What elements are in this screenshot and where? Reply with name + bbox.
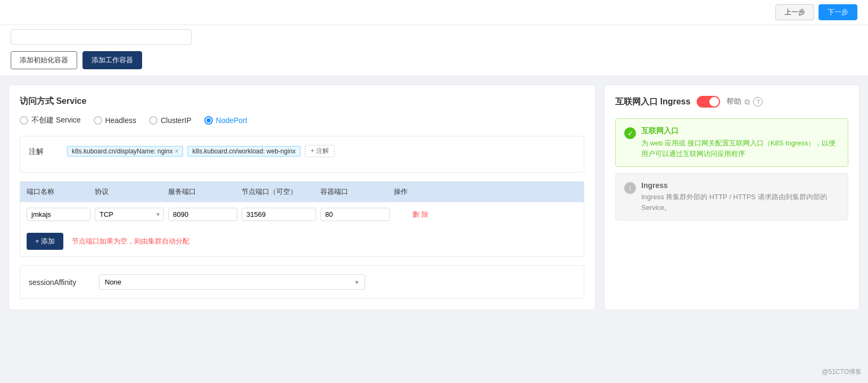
protocol-select-wrap: TCP UDP ▼ [95, 208, 164, 221]
next-step-button[interactable]: 下一步 [819, 4, 857, 20]
tags-container: k8s.kuboard.cn/displayName: nginx × k8s.… [67, 145, 575, 157]
ingress-title: 互联网入口 Ingress [615, 96, 690, 108]
prev-step-button[interactable]: 上一步 [775, 4, 814, 20]
add-port-button[interactable]: + 添加 [27, 233, 63, 250]
session-affinity-row: sessionAffinity None ClientIP ▼ [29, 274, 575, 290]
ingress-green-card-body: 互联网入口 为 web 应用或 接口网关配置互联网入口（K8S Ingress）… [641, 126, 839, 159]
session-affinity-select[interactable]: None ClientIP [99, 274, 365, 290]
annotation-row: 注解 k8s.kuboard.cn/displayName: nginx × k… [29, 145, 575, 157]
ingress-toggle[interactable] [697, 96, 720, 108]
radio-circle-no-service [20, 116, 28, 125]
radio-circle-nodeport [204, 116, 213, 125]
radio-headless[interactable]: Headless [94, 116, 136, 125]
session-select-wrap: None ClientIP ▼ [99, 274, 365, 290]
ingress-gray-card-body: Ingress Ingress 将集群外部的 HTTP / HTTPS 请求路由… [641, 181, 839, 213]
main-content: 访问方式 Service 不创建 Service Headless Cluste… [0, 76, 868, 319]
tag-workload: k8s.kuboard.cn/workload: web-nginx [187, 146, 300, 157]
service-port-input[interactable] [168, 208, 237, 221]
radio-label-clusterip: ClusterIP [161, 116, 192, 125]
add-row-section: + 添加 节点端口如果为空，则由集群自动分配 [20, 226, 584, 256]
check-circle-icon: ✓ [624, 127, 636, 139]
service-section-title: 访问方式 Service [20, 96, 584, 107]
radio-circle-clusterip [149, 116, 158, 125]
th-service-port: 服务端口 [168, 187, 237, 197]
protocol-select[interactable]: TCP UDP [95, 208, 164, 221]
table-header: 端口名称 协议 服务端口 节点端口（可空） 容器端口 操作 [20, 182, 584, 202]
annotation-section: 注解 k8s.kuboard.cn/displayName: nginx × k… [20, 136, 584, 173]
toggle-knob [709, 97, 719, 107]
add-init-container-button[interactable]: 添加初始化容器 [11, 51, 77, 69]
table-row: TCP UDP ▼ 删 除 [20, 202, 584, 226]
radio-label-headless: Headless [105, 116, 136, 125]
ingress-gray-card-desc: Ingress 将集群外部的 HTTP / HTTPS 请求路由到集群内部的 S… [641, 192, 839, 213]
radio-nodeport[interactable]: NodePort [204, 116, 247, 125]
th-container-port: 容器端口 [320, 187, 390, 197]
info-circle-icon: i [624, 182, 636, 194]
add-annotation-button[interactable]: + 注解 [305, 145, 335, 157]
top-bar: 上一步 下一步 [0, 0, 868, 25]
port-table-section: 端口名称 协议 服务端口 节点端口（可空） 容器端口 操作 TCP UDP ▼ [20, 181, 584, 257]
th-protocol: 协议 [95, 187, 164, 197]
ingress-green-card: ✓ 互联网入口 为 web 应用或 接口网关配置互联网入口（K8S Ingres… [615, 118, 848, 167]
session-affinity-label: sessionAffinity [29, 278, 93, 287]
service-type-radio-group: 不创建 Service Headless ClusterIP NodePort [20, 116, 584, 125]
radio-no-service[interactable]: 不创建 Service [20, 116, 81, 125]
help-label: 帮助 [726, 97, 741, 107]
th-node-port: 节点端口（可空） [242, 187, 316, 197]
question-icon[interactable]: ? [753, 97, 763, 107]
radio-label-nodeport: NodePort [216, 116, 247, 125]
ingress-gray-card-header: i Ingress Ingress 将集群外部的 HTTP / HTTPS 请求… [624, 181, 839, 213]
annotation-label: 注解 [29, 145, 61, 157]
top-input-area [0, 25, 868, 45]
tag-displayname: k8s.kuboard.cn/displayName: nginx × [67, 146, 183, 157]
tag-workload-text: k8s.kuboard.cn/workload: web-nginx [192, 148, 295, 155]
name-input[interactable] [11, 29, 192, 45]
add-work-container-button[interactable]: 添加工作容器 [82, 51, 142, 69]
session-affinity-section: sessionAffinity None ClientIP ▼ [20, 265, 584, 299]
ingress-green-card-header: ✓ 互联网入口 为 web 应用或 接口网关配置互联网入口（K8S Ingres… [624, 126, 839, 159]
tag-displayname-close[interactable]: × [175, 148, 178, 155]
left-panel: 访问方式 Service 不创建 Service Headless Cluste… [9, 85, 596, 310]
node-port-input[interactable] [242, 208, 316, 221]
container-buttons-bar: 添加初始化容器 添加工作容器 [0, 45, 868, 76]
port-name-input[interactable] [27, 208, 90, 221]
th-action: 操作 [394, 187, 447, 197]
ingress-header: 互联网入口 Ingress 帮助 ⧉ ? [615, 96, 848, 108]
ingress-gray-card: i Ingress Ingress 将集群外部的 HTTP / HTTPS 请求… [615, 173, 848, 221]
ingress-green-card-desc: 为 web 应用或 接口网关配置互联网入口（K8S Ingress），以便用户可… [641, 138, 839, 159]
ingress-green-card-title: 互联网入口 [641, 126, 839, 136]
right-panel: 互联网入口 Ingress 帮助 ⧉ ? ✓ 互联网入口 为 web 应用或 接… [604, 85, 859, 310]
th-port-name: 端口名称 [27, 187, 90, 197]
radio-circle-headless [94, 116, 102, 125]
radio-clusterip[interactable]: ClusterIP [149, 116, 192, 125]
ingress-gray-card-title: Ingress [641, 181, 839, 190]
port-hint-text: 节点端口如果为空，则由集群自动分配 [72, 237, 189, 246]
external-link-icon[interactable]: ⧉ [745, 97, 750, 107]
tag-displayname-text: k8s.kuboard.cn/displayName: nginx [72, 148, 172, 155]
delete-port-button[interactable]: 删 除 [394, 210, 447, 219]
container-port-input[interactable] [320, 208, 390, 221]
radio-label-no-service: 不创建 Service [31, 116, 81, 125]
help-icons: 帮助 ⧉ ? [726, 97, 763, 107]
